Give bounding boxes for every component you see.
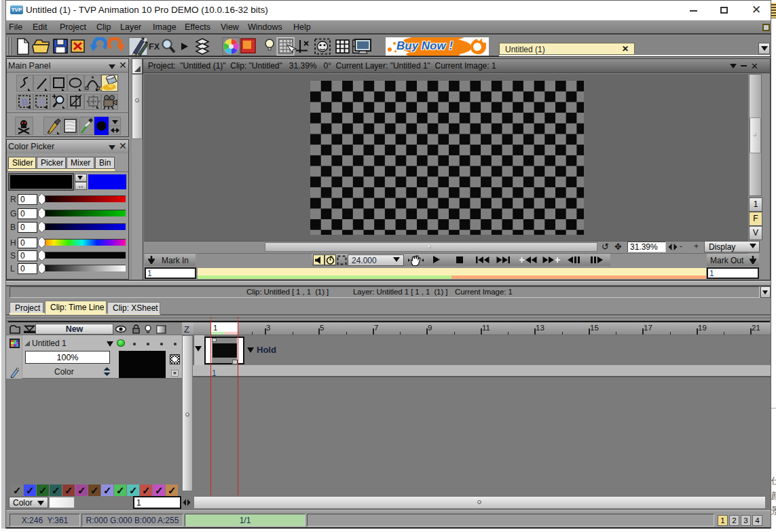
svg-text:S: S [39,97,45,107]
svg-text:B: B [22,97,28,107]
svg-text:FX: FX [149,42,160,52]
